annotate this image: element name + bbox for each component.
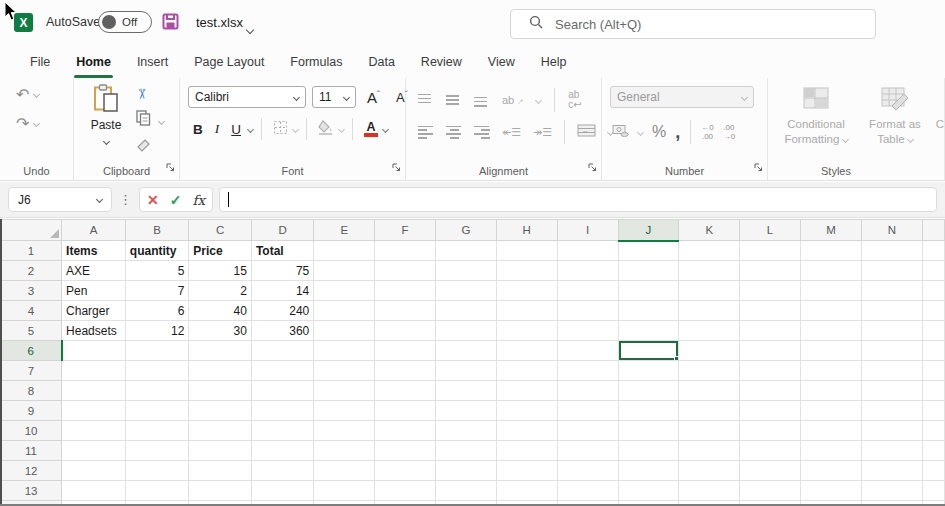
column-header-C[interactable]: C: [189, 220, 252, 241]
enter-button[interactable]: ✓: [170, 192, 182, 208]
cell-L1[interactable]: [740, 241, 801, 261]
paste-chevron-icon[interactable]: [102, 138, 109, 145]
cell-M3[interactable]: [800, 281, 861, 301]
merge-center-button[interactable]: ↔: [577, 123, 596, 141]
italic-button[interactable]: I: [215, 121, 220, 137]
column-header-D[interactable]: D: [251, 220, 313, 241]
cell-partial-10[interactable]: [922, 421, 944, 441]
column-header-A[interactable]: A: [62, 220, 126, 241]
cell-partial-12[interactable]: [922, 461, 944, 481]
cell-B11[interactable]: [125, 441, 189, 461]
select-all-corner[interactable]: [1, 220, 62, 241]
cell-C4[interactable]: 40: [189, 301, 252, 321]
cell-N2[interactable]: [861, 261, 922, 281]
cell-I13[interactable]: [557, 481, 618, 501]
cell-J1[interactable]: [618, 241, 679, 261]
cell-D13[interactable]: [251, 481, 313, 501]
cell-N9[interactable]: [861, 401, 922, 421]
cell-F7[interactable]: [375, 361, 436, 381]
cell-N11[interactable]: [861, 441, 922, 461]
cell-E10[interactable]: [314, 421, 375, 441]
align-right-button[interactable]: [474, 126, 490, 139]
font-size-select[interactable]: 11: [312, 86, 356, 108]
cell-J4[interactable]: [618, 301, 679, 321]
cell-H12[interactable]: [496, 461, 557, 481]
cell-I6[interactable]: [557, 341, 618, 361]
cell-C2[interactable]: 15: [189, 261, 252, 281]
cell-I11[interactable]: [557, 441, 618, 461]
increase-indent-button[interactable]: ↠☰: [533, 126, 552, 139]
cell-C7[interactable]: [189, 361, 252, 381]
cell-J8[interactable]: [618, 381, 679, 401]
cell-M6[interactable]: [800, 341, 861, 361]
cell-N13[interactable]: [861, 481, 922, 501]
bold-button[interactable]: B: [193, 122, 203, 137]
cell-J2[interactable]: [618, 261, 679, 281]
column-header-M[interactable]: M: [800, 220, 861, 241]
cell-J9[interactable]: [618, 401, 679, 421]
cell-E12[interactable]: [314, 461, 375, 481]
cell-B1[interactable]: quantity: [125, 241, 189, 261]
alignment-dialog-launcher[interactable]: [588, 158, 597, 176]
cell-L5[interactable]: [740, 321, 801, 341]
row-header-10[interactable]: 10: [1, 421, 62, 441]
cell-E6[interactable]: [314, 341, 375, 361]
cell-H7[interactable]: [496, 361, 557, 381]
cell-partial-3[interactable]: [922, 281, 944, 301]
cell-N4[interactable]: [861, 301, 922, 321]
cell-M4[interactable]: [800, 301, 861, 321]
filename-chevron-icon[interactable]: [247, 20, 253, 38]
cell-G11[interactable]: [435, 441, 496, 461]
cell-E8[interactable]: [314, 381, 375, 401]
row-header-1[interactable]: 1: [1, 241, 62, 261]
cell-F13[interactable]: [375, 481, 436, 501]
cell-D4[interactable]: 240: [251, 301, 313, 321]
cell-I1[interactable]: [557, 241, 618, 261]
column-header-N[interactable]: N: [861, 220, 922, 241]
column-header-F[interactable]: F: [375, 220, 436, 241]
column-header-B[interactable]: B: [125, 220, 189, 241]
cell-partial-13[interactable]: [922, 481, 944, 501]
cell-M8[interactable]: [800, 381, 861, 401]
cell-G4[interactable]: [435, 301, 496, 321]
cell-H1[interactable]: [496, 241, 557, 261]
search-input[interactable]: [555, 17, 835, 32]
cell-D11[interactable]: [251, 441, 313, 461]
number-format-select[interactable]: General: [610, 86, 754, 108]
cell-J3[interactable]: [618, 281, 679, 301]
row-header-11[interactable]: 11: [1, 441, 62, 461]
cell-C9[interactable]: [189, 401, 252, 421]
cell-F8[interactable]: [375, 381, 436, 401]
cell-E4[interactable]: [314, 301, 375, 321]
cell-L7[interactable]: [740, 361, 801, 381]
cell-partial-2[interactable]: [922, 261, 944, 281]
cell-E5[interactable]: [314, 321, 375, 341]
cell-C11[interactable]: [189, 441, 252, 461]
cell-G12[interactable]: [435, 461, 496, 481]
cell-K9[interactable]: [679, 401, 740, 421]
row-header-5[interactable]: 5: [1, 321, 62, 341]
fill-color-button[interactable]: [318, 120, 334, 139]
cell-J13[interactable]: [618, 481, 679, 501]
cell-I10[interactable]: [557, 421, 618, 441]
autosave-toggle[interactable]: Off: [98, 11, 152, 33]
cell-C12[interactable]: [189, 461, 252, 481]
cell-G9[interactable]: [435, 401, 496, 421]
column-header-G[interactable]: G: [435, 220, 496, 241]
cell-F12[interactable]: [375, 461, 436, 481]
align-left-button[interactable]: [418, 126, 434, 139]
cell-E9[interactable]: [314, 401, 375, 421]
cell-D9[interactable]: [251, 401, 313, 421]
cell-N6[interactable]: [861, 341, 922, 361]
cell-F11[interactable]: [375, 441, 436, 461]
cell-G6[interactable]: [435, 341, 496, 361]
cell-M11[interactable]: [800, 441, 861, 461]
cell-partial-9[interactable]: [922, 401, 944, 421]
cell-H9[interactable]: [496, 401, 557, 421]
cell-H11[interactable]: [496, 441, 557, 461]
column-header-L[interactable]: L: [740, 220, 801, 241]
bottom-align-button[interactable]: [474, 94, 490, 107]
cell-K6[interactable]: [679, 341, 740, 361]
cell-D7[interactable]: [251, 361, 313, 381]
row-header-2[interactable]: 2: [1, 261, 62, 281]
